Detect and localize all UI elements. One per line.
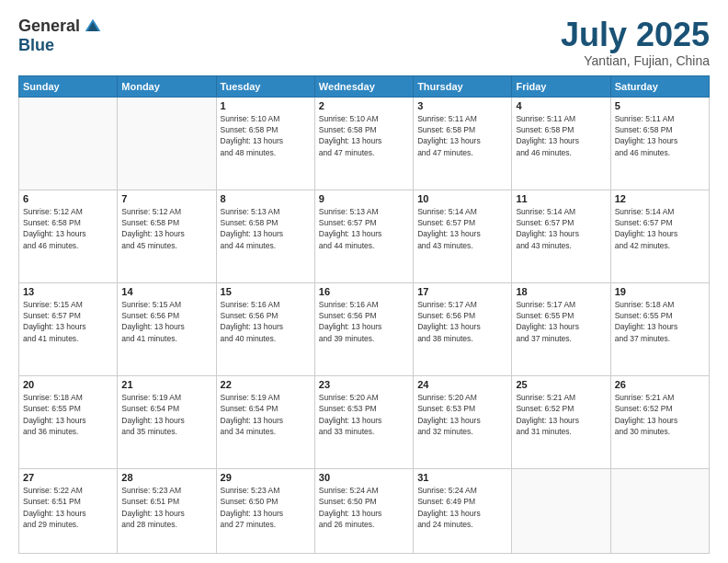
day-info: Sunrise: 5:20 AMSunset: 6:53 PMDaylight:…: [417, 392, 507, 437]
day-number: 26: [615, 379, 705, 390]
day-number: 5: [615, 100, 705, 111]
day-number: 2: [319, 100, 409, 111]
day-number: 24: [417, 379, 507, 390]
day-info: Sunrise: 5:14 AMSunset: 6:57 PMDaylight:…: [417, 206, 507, 251]
subtitle: Yantian, Fujian, China: [561, 53, 710, 68]
day-number: 7: [121, 193, 211, 204]
day-info: Sunrise: 5:19 AMSunset: 6:54 PMDaylight:…: [221, 392, 311, 437]
day-number: 29: [221, 472, 311, 483]
day-info: Sunrise: 5:11 AMSunset: 6:58 PMDaylight:…: [516, 113, 606, 158]
calendar-cell: 8Sunrise: 5:13 AMSunset: 6:58 PMDaylight…: [216, 190, 314, 282]
day-number: 11: [516, 193, 606, 204]
calendar-week-row: 27Sunrise: 5:22 AMSunset: 6:51 PMDayligh…: [19, 469, 710, 554]
logo-icon: [84, 17, 102, 36]
calendar-week-row: 20Sunrise: 5:18 AMSunset: 6:55 PMDayligh…: [19, 375, 710, 468]
day-number: 17: [417, 286, 507, 297]
calendar-cell: 22Sunrise: 5:19 AMSunset: 6:54 PMDayligh…: [216, 375, 314, 468]
calendar-cell: [610, 469, 709, 554]
calendar-table: SundayMondayTuesdayWednesdayThursdayFrid…: [18, 75, 710, 554]
calendar-week-row: 1Sunrise: 5:10 AMSunset: 6:58 PMDaylight…: [19, 97, 710, 190]
calendar-cell: 25Sunrise: 5:21 AMSunset: 6:52 PMDayligh…: [512, 375, 610, 468]
day-info: Sunrise: 5:16 AMSunset: 6:56 PMDaylight:…: [319, 299, 409, 344]
day-number: 28: [121, 472, 211, 483]
day-info: Sunrise: 5:16 AMSunset: 6:56 PMDaylight:…: [221, 299, 311, 344]
calendar-cell: 10Sunrise: 5:14 AMSunset: 6:57 PMDayligh…: [414, 190, 512, 282]
calendar-cell: 31Sunrise: 5:24 AMSunset: 6:49 PMDayligh…: [414, 469, 512, 554]
calendar-cell: 30Sunrise: 5:24 AMSunset: 6:50 PMDayligh…: [314, 469, 413, 554]
calendar-week-row: 6Sunrise: 5:12 AMSunset: 6:58 PMDaylight…: [19, 190, 710, 282]
day-info: Sunrise: 5:20 AMSunset: 6:53 PMDaylight:…: [319, 392, 409, 437]
day-info: Sunrise: 5:18 AMSunset: 6:55 PMDaylight:…: [615, 299, 705, 344]
page: General Blue July 2025 Yantian, Fujian, …: [0, 0, 728, 563]
calendar-cell: 1Sunrise: 5:10 AMSunset: 6:58 PMDaylight…: [216, 97, 314, 190]
header: General Blue July 2025 Yantian, Fujian, …: [18, 17, 710, 68]
calendar-cell: 4Sunrise: 5:11 AMSunset: 6:58 PMDaylight…: [512, 97, 610, 190]
day-info: Sunrise: 5:14 AMSunset: 6:57 PMDaylight:…: [516, 206, 606, 251]
day-info: Sunrise: 5:21 AMSunset: 6:52 PMDaylight:…: [615, 392, 705, 437]
calendar-cell: 13Sunrise: 5:15 AMSunset: 6:57 PMDayligh…: [19, 282, 118, 375]
title-area: July 2025 Yantian, Fujian, China: [561, 17, 710, 68]
day-number: 21: [121, 379, 211, 390]
day-number: 12: [615, 193, 705, 204]
calendar-cell: 21Sunrise: 5:19 AMSunset: 6:54 PMDayligh…: [118, 375, 216, 468]
calendar-header-cell: Friday: [512, 75, 610, 97]
day-number: 19: [615, 286, 705, 297]
calendar-cell: 9Sunrise: 5:13 AMSunset: 6:57 PMDaylight…: [314, 190, 413, 282]
day-info: Sunrise: 5:24 AMSunset: 6:49 PMDaylight:…: [417, 485, 507, 530]
day-info: Sunrise: 5:11 AMSunset: 6:58 PMDaylight:…: [417, 113, 507, 158]
calendar-cell: [19, 97, 118, 190]
calendar-cell: 5Sunrise: 5:11 AMSunset: 6:58 PMDaylight…: [610, 97, 709, 190]
day-info: Sunrise: 5:21 AMSunset: 6:52 PMDaylight:…: [516, 392, 606, 437]
logo-general-text: General: [18, 17, 80, 36]
calendar-header-cell: Thursday: [414, 75, 512, 97]
calendar-cell: 26Sunrise: 5:21 AMSunset: 6:52 PMDayligh…: [610, 375, 709, 468]
day-number: 16: [319, 286, 409, 297]
day-info: Sunrise: 5:10 AMSunset: 6:58 PMDaylight:…: [319, 113, 409, 158]
calendar-header-cell: Monday: [118, 75, 216, 97]
day-number: 25: [516, 379, 606, 390]
day-number: 10: [417, 193, 507, 204]
day-info: Sunrise: 5:10 AMSunset: 6:58 PMDaylight:…: [221, 113, 311, 158]
day-number: 8: [221, 193, 311, 204]
calendar-cell: [118, 97, 216, 190]
calendar-cell: 12Sunrise: 5:14 AMSunset: 6:57 PMDayligh…: [610, 190, 709, 282]
calendar-cell: 20Sunrise: 5:18 AMSunset: 6:55 PMDayligh…: [19, 375, 118, 468]
day-number: 3: [417, 100, 507, 111]
day-info: Sunrise: 5:24 AMSunset: 6:50 PMDaylight:…: [319, 485, 409, 530]
day-number: 6: [23, 193, 113, 204]
day-info: Sunrise: 5:13 AMSunset: 6:57 PMDaylight:…: [319, 206, 409, 251]
logo-blue-text: Blue: [18, 36, 54, 54]
day-info: Sunrise: 5:11 AMSunset: 6:58 PMDaylight:…: [615, 113, 705, 158]
day-number: 20: [23, 379, 113, 390]
calendar-cell: 24Sunrise: 5:20 AMSunset: 6:53 PMDayligh…: [414, 375, 512, 468]
day-info: Sunrise: 5:17 AMSunset: 6:55 PMDaylight:…: [516, 299, 606, 344]
day-number: 18: [516, 286, 606, 297]
calendar-week-row: 13Sunrise: 5:15 AMSunset: 6:57 PMDayligh…: [19, 282, 710, 375]
day-number: 27: [23, 472, 113, 483]
day-number: 1: [221, 100, 311, 111]
calendar-cell: [512, 469, 610, 554]
calendar-header-cell: Saturday: [610, 75, 709, 97]
day-number: 4: [516, 100, 606, 111]
calendar-cell: 23Sunrise: 5:20 AMSunset: 6:53 PMDayligh…: [314, 375, 413, 468]
calendar-header-cell: Sunday: [19, 75, 118, 97]
day-number: 22: [221, 379, 311, 390]
calendar-cell: 17Sunrise: 5:17 AMSunset: 6:56 PMDayligh…: [414, 282, 512, 375]
day-info: Sunrise: 5:12 AMSunset: 6:58 PMDaylight:…: [23, 206, 113, 251]
day-number: 31: [417, 472, 507, 483]
day-number: 30: [319, 472, 409, 483]
day-number: 23: [319, 379, 409, 390]
day-info: Sunrise: 5:23 AMSunset: 6:50 PMDaylight:…: [221, 485, 311, 530]
calendar-cell: 19Sunrise: 5:18 AMSunset: 6:55 PMDayligh…: [610, 282, 709, 375]
day-info: Sunrise: 5:12 AMSunset: 6:58 PMDaylight:…: [121, 206, 211, 251]
calendar-cell: 14Sunrise: 5:15 AMSunset: 6:56 PMDayligh…: [118, 282, 216, 375]
day-info: Sunrise: 5:19 AMSunset: 6:54 PMDaylight:…: [121, 392, 211, 437]
day-info: Sunrise: 5:18 AMSunset: 6:55 PMDaylight:…: [23, 392, 113, 437]
calendar-cell: 11Sunrise: 5:14 AMSunset: 6:57 PMDayligh…: [512, 190, 610, 282]
month-title: July 2025: [561, 17, 710, 53]
calendar-cell: 15Sunrise: 5:16 AMSunset: 6:56 PMDayligh…: [216, 282, 314, 375]
calendar-body: 1Sunrise: 5:10 AMSunset: 6:58 PMDaylight…: [19, 97, 710, 553]
day-number: 14: [121, 286, 211, 297]
day-number: 13: [23, 286, 113, 297]
day-info: Sunrise: 5:23 AMSunset: 6:51 PMDaylight:…: [121, 485, 211, 530]
